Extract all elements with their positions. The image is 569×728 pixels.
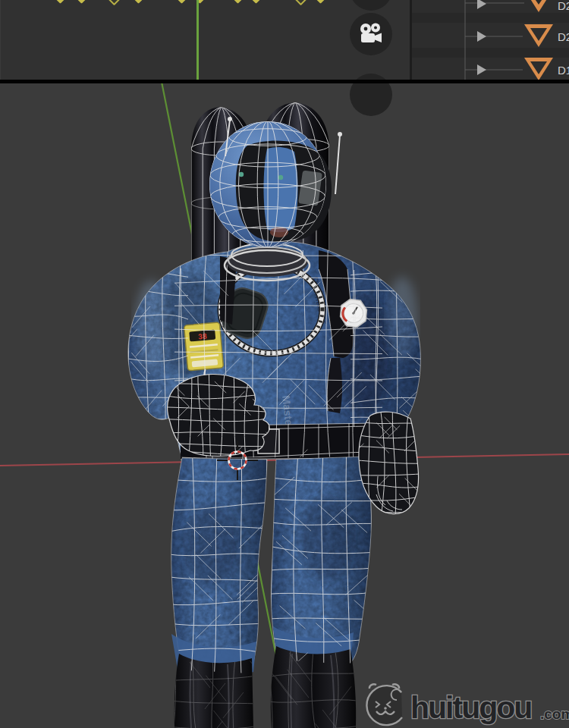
channel-circle-top[interactable]	[350, 0, 392, 11]
movie-camera-icon	[358, 23, 384, 46]
mask-indicator-light	[278, 175, 283, 180]
dosimeter-display: 38	[198, 332, 207, 341]
outliner-item-label[interactable]: D2	[558, 24, 569, 49]
expand-arrow-icon[interactable]	[477, 0, 486, 9]
outliner-item-label[interactable]: D2	[558, 0, 569, 18]
watermark-bear-logo	[366, 684, 402, 725]
keyframe-marker[interactable]	[177, 0, 187, 4]
wire-line	[114, 385, 132, 406]
dope-sheet-timeline[interactable]	[0, 0, 410, 80]
wire-line	[165, 453, 168, 679]
keyframe-marker[interactable]	[251, 0, 261, 4]
expand-arrow-icon[interactable]	[477, 31, 486, 42]
expand-arrow-icon[interactable]	[477, 64, 486, 75]
watermark-tld-text: .com	[540, 706, 569, 722]
outliner-panel: D2 D2 D1	[410, 0, 569, 80]
outliner-tree	[412, 0, 569, 80]
mesh-triangle-icon	[524, 24, 553, 47]
keyframe-marker[interactable]	[108, 0, 120, 5]
keyframe-marker[interactable]	[316, 0, 325, 4]
wire-line	[266, 453, 269, 679]
timeline-playhead[interactable]	[196, 0, 199, 80]
viewport-3d[interactable]: ProMaster Master	[0, 83, 569, 728]
keyframe-marker[interactable]	[233, 0, 243, 4]
keyframe-marker[interactable]	[55, 0, 65, 4]
mesh-triangle-icon	[524, 58, 553, 80]
pants-leg-left[interactable]	[168, 455, 270, 678]
keyframe-marker[interactable]	[134, 0, 143, 4]
keyframe-marker[interactable]	[294, 0, 307, 5]
blender-window: D2 D2 D1	[0, 0, 569, 728]
wire-line	[420, 406, 422, 517]
hazmat-character-model[interactable]: ProMaster Master	[114, 102, 438, 728]
top-strip: D2 D2 D1	[0, 0, 569, 80]
mask-indicator-light	[239, 172, 244, 177]
inner-mask-panel	[264, 147, 298, 232]
camera-channel-button[interactable]	[350, 13, 392, 55]
outliner-item-label[interactable]: D1	[558, 58, 569, 80]
watermark-brand-text: huitugou	[410, 690, 531, 725]
mesh-triangle-icon	[524, 0, 553, 12]
wire-line	[417, 416, 429, 429]
keyframe-marker[interactable]	[77, 0, 86, 4]
wire-line	[256, 648, 259, 728]
watermark: huitugou .com	[366, 684, 569, 725]
wire-line	[266, 452, 272, 669]
